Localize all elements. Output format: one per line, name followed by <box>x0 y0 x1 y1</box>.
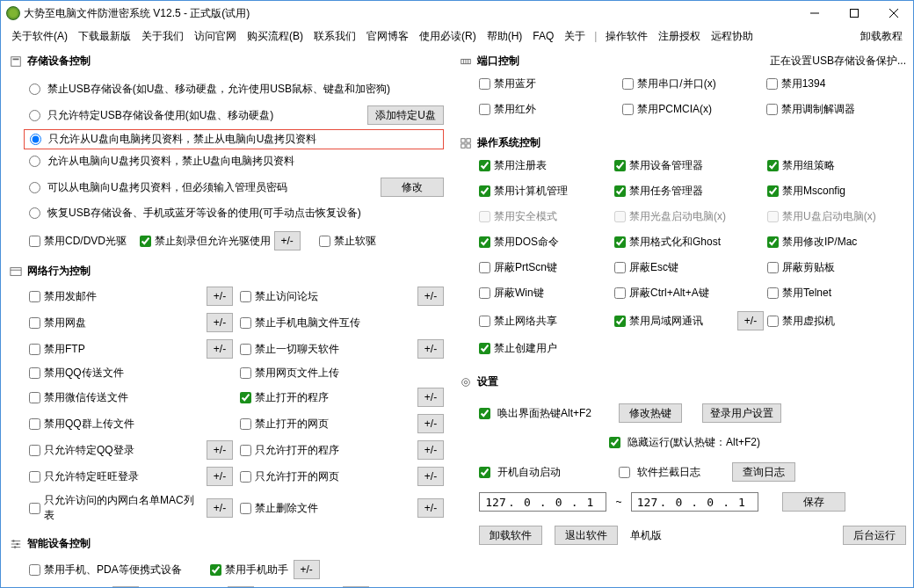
modify-pwd-button[interactable]: 修改 <box>381 178 444 197</box>
chk-telnet[interactable] <box>767 287 779 299</box>
chk-qq-send[interactable] <box>29 367 40 379</box>
menu-must-read[interactable]: 使用必读(R) <box>416 27 480 46</box>
chk-esc[interactable] <box>614 262 626 273</box>
chk-forum[interactable] <box>240 291 251 302</box>
pm-lan[interactable]: +/- <box>737 311 764 330</box>
menu-visit-site[interactable]: 访问官网 <box>191 27 240 46</box>
chk-ww-login[interactable] <box>29 471 40 483</box>
chk-open-web[interactable] <box>240 418 251 430</box>
pm-allow-web[interactable]: +/- <box>417 467 444 486</box>
radio-pc-to-usb-pwd[interactable] <box>29 182 40 193</box>
modify-hotkey-button[interactable]: 修改热键 <box>619 403 682 423</box>
radio-pc-to-usb-only[interactable] <box>29 156 40 167</box>
exit-button[interactable]: 退出软件 <box>555 526 618 545</box>
pm-del-file[interactable]: +/- <box>417 498 444 518</box>
chk-hide-run[interactable] <box>609 437 620 448</box>
chk-hotkey[interactable] <box>479 408 490 419</box>
chk-web-upload[interactable] <box>240 367 251 379</box>
chk-gpo[interactable] <box>767 160 779 171</box>
menu-faq[interactable]: FAQ <box>529 28 557 44</box>
chk-netshare[interactable] <box>479 316 490 327</box>
radio-restore-usb[interactable] <box>29 207 40 219</box>
radio-allow-specific-usb[interactable] <box>29 110 40 121</box>
chk-blocklog[interactable] <box>619 467 630 478</box>
chk-vm[interactable] <box>767 316 779 327</box>
chk-chat[interactable] <box>240 344 251 355</box>
background-run-button[interactable]: 后台运行 <box>843 526 906 545</box>
chk-ftp[interactable] <box>29 344 40 355</box>
menu-uninstall-tutorial[interactable]: 卸载教程 <box>857 27 906 46</box>
radio-disable-usb[interactable] <box>29 83 40 95</box>
chk-open-prog[interactable] <box>240 392 251 403</box>
save-button[interactable]: 保存 <box>782 492 845 512</box>
chk-del-file[interactable] <box>240 503 251 514</box>
add-specific-usb-button[interactable]: 添加特定U盘 <box>367 105 444 125</box>
chk-phone-helper[interactable] <box>210 564 221 576</box>
chk-dos[interactable] <box>479 236 490 248</box>
ip-to[interactable]: 127.0.0.1 <box>631 492 758 512</box>
menu-contact[interactable]: 联系我们 <box>310 27 359 46</box>
pm-phone-helper[interactable]: +/- <box>294 560 320 579</box>
chk-ipmac[interactable] <box>767 236 779 248</box>
ip-from[interactable]: 127.0.0.1 <box>479 492 606 512</box>
close-button[interactable] <box>874 1 913 25</box>
chk-ctrlalta[interactable] <box>614 287 626 299</box>
chk-reg[interactable] <box>479 160 490 171</box>
chk-disable-burn[interactable] <box>140 236 151 247</box>
chk-modem[interactable] <box>766 104 778 115</box>
user-settings-button[interactable]: 登录用户设置 <box>702 403 781 423</box>
chk-ir[interactable] <box>479 104 490 115</box>
chk-pcmcia[interactable] <box>622 104 634 115</box>
chk-devmgr[interactable] <box>614 160 626 171</box>
chk-disable-cd[interactable] <box>29 236 40 247</box>
pm-ww-login[interactable]: +/- <box>207 467 233 486</box>
menu-about[interactable]: 关于 <box>561 27 589 46</box>
pm-mac-list[interactable]: +/- <box>207 498 233 518</box>
pm-allow-prog[interactable]: +/- <box>417 440 444 460</box>
menu-blog[interactable]: 官网博客 <box>363 27 412 46</box>
query-log-button[interactable]: 查询日志 <box>732 462 795 482</box>
chk-wechat-send[interactable] <box>29 392 40 403</box>
menu-operate[interactable]: 操作软件 <box>602 27 651 46</box>
chk-netdisk[interactable] <box>29 317 40 329</box>
chk-pda[interactable] <box>29 564 40 576</box>
chk-serial[interactable] <box>622 78 634 90</box>
chk-prtscn[interactable] <box>479 262 490 273</box>
menu-remote[interactable]: 远程协助 <box>707 27 757 46</box>
chk-allow-web[interactable] <box>240 471 251 483</box>
minimize-button[interactable] <box>794 1 834 25</box>
maximize-button[interactable] <box>834 1 874 25</box>
radio-usb-to-pc-only[interactable] <box>30 134 41 145</box>
chk-clip[interactable] <box>767 262 779 273</box>
burn-pm-button[interactable]: +/- <box>274 231 301 250</box>
chk-ghost[interactable] <box>614 236 626 248</box>
chk-msconfig[interactable] <box>767 185 779 197</box>
chk-lan[interactable] <box>614 316 626 327</box>
chk-autostart[interactable] <box>479 467 490 478</box>
menu-about-us[interactable]: 关于我们 <box>138 27 187 46</box>
chk-qq-login[interactable] <box>29 445 40 456</box>
chk-taskmgr[interactable] <box>614 185 626 197</box>
menu-help[interactable]: 帮助(H) <box>483 27 526 46</box>
menu-download[interactable]: 下载最新版 <box>75 27 134 46</box>
menu-about-software[interactable]: 关于软件(A) <box>8 27 71 46</box>
chk-bt[interactable] <box>479 78 490 90</box>
menu-reg-auth[interactable]: 注册授权 <box>655 27 704 46</box>
chk-phone-pc[interactable] <box>240 317 251 329</box>
pm-open-prog[interactable]: +/- <box>417 388 444 407</box>
pm-ftp[interactable]: +/- <box>207 339 233 359</box>
chk-mail[interactable] <box>29 291 40 302</box>
chk-allow-prog[interactable] <box>240 445 251 456</box>
chk-disable-floppy[interactable] <box>319 236 330 247</box>
uninstall-button[interactable]: 卸载软件 <box>479 526 542 545</box>
chk-win[interactable] <box>479 287 490 299</box>
chk-compmgr[interactable] <box>479 185 490 197</box>
pm-chat[interactable]: +/- <box>417 339 444 359</box>
chk-1394[interactable] <box>766 78 778 90</box>
chk-qq-group[interactable] <box>29 418 40 430</box>
pm-mail[interactable]: +/- <box>207 287 233 306</box>
chk-newuser[interactable] <box>479 343 490 354</box>
chk-mac-list[interactable] <box>29 503 40 514</box>
menu-buy[interactable]: 购买流程(B) <box>243 27 307 46</box>
pm-open-web[interactable]: +/- <box>417 414 444 433</box>
